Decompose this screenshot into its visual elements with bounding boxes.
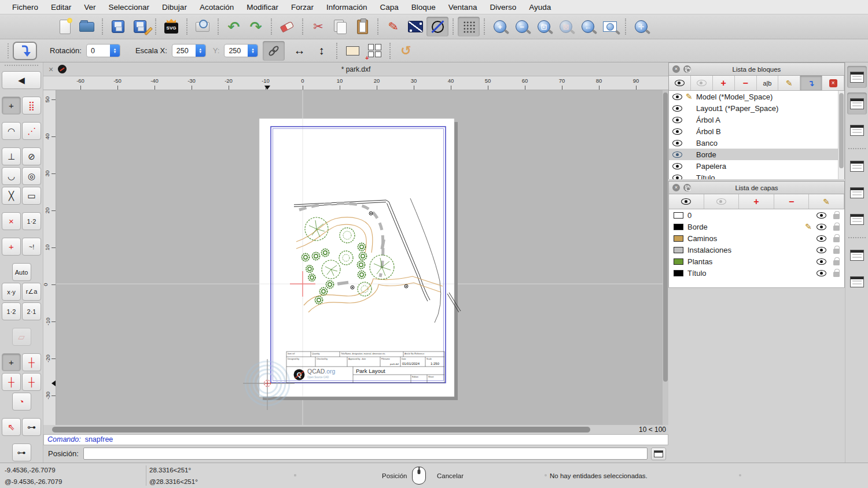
- vertical-scrollbar-thumb[interactable]: [663, 93, 668, 382]
- block-row-borde[interactable]: Borde: [669, 149, 844, 160]
- menu-acotaci-n[interactable]: Acotación: [193, 3, 240, 12]
- insert-block-button[interactable]: ↴: [800, 76, 822, 90]
- cut-button[interactable]: ✂: [307, 17, 329, 36]
- flip-vertical-button[interactable]: ↕: [310, 41, 332, 61]
- redo-button[interactable]: ↷: [245, 17, 267, 36]
- lock-icon[interactable]: [833, 214, 840, 219]
- add-block-button[interactable]: +: [713, 76, 735, 90]
- zoom-in-button[interactable]: +: [489, 17, 511, 36]
- print-preview-button[interactable]: [192, 17, 214, 36]
- block-list-scrollbar[interactable]: [838, 91, 844, 179]
- dock-layer-list-button[interactable]: [847, 155, 867, 177]
- restrict-orthogonal-button[interactable]: ┼: [22, 353, 41, 371]
- eye-icon[interactable]: [816, 270, 826, 276]
- rotation-spinner[interactable]: 0 ▲▼: [86, 44, 120, 57]
- snap-free-button[interactable]: +: [2, 97, 21, 114]
- snap-intersection-button[interactable]: ╳: [2, 187, 21, 205]
- auto-snap-button[interactable]: Auto: [12, 263, 31, 281]
- eye-icon[interactable]: [672, 140, 682, 146]
- zoom-window-button[interactable]: [599, 17, 621, 36]
- relative-polar-button[interactable]: 2·1: [22, 302, 41, 320]
- copy-button[interactable]: [329, 17, 351, 36]
- scale-x-spinner[interactable]: 250 ▲▼: [172, 44, 206, 57]
- keep-proportions-button[interactable]: [263, 41, 285, 61]
- save-as-button[interactable]: [129, 17, 151, 36]
- reset-button[interactable]: ↺: [395, 41, 417, 61]
- undo-button[interactable]: ↶: [223, 17, 245, 36]
- remove-block-button[interactable]: −: [735, 76, 757, 90]
- block-row--rbol-b[interactable]: Árbol B: [669, 125, 844, 137]
- menu-capa[interactable]: Capa: [374, 3, 405, 12]
- snap-endpoints-button[interactable]: ◠: [2, 122, 21, 140]
- snap-points-on-entity-button[interactable]: ⋰: [22, 122, 41, 140]
- lock-icon[interactable]: [833, 237, 840, 242]
- auto-zoom-button[interactable]: ⊡: [533, 17, 555, 36]
- layer-row-0[interactable]: 0: [669, 209, 844, 221]
- zoom-out-button[interactable]: −: [511, 17, 533, 36]
- circle-tool-button[interactable]: [426, 17, 448, 36]
- array-placement-button[interactable]: [363, 41, 385, 61]
- layer-row-plantas[interactable]: Plantas: [669, 256, 844, 267]
- show-all-blocks-button[interactable]: [669, 76, 691, 90]
- eye-icon[interactable]: [816, 258, 826, 265]
- coordinate-polar-button[interactable]: r∠a: [22, 283, 41, 301]
- block-row--rbol-a[interactable]: Árbol A: [669, 114, 844, 125]
- pan-button[interactable]: ✛: [630, 17, 652, 36]
- insert-block-tool-button[interactable]: [13, 42, 37, 60]
- lock-icon[interactable]: [833, 249, 840, 254]
- rotation-value[interactable]: 0: [87, 47, 110, 55]
- eye-icon[interactable]: [816, 224, 826, 230]
- menu-ventana[interactable]: Ventana: [442, 3, 484, 12]
- scale-x-value[interactable]: 250: [172, 47, 196, 55]
- menu-dibujar[interactable]: Dibujar: [156, 3, 193, 12]
- snap-exclude-button[interactable]: ~!: [22, 238, 41, 256]
- stepper-icon[interactable]: ▲▼: [248, 44, 258, 57]
- horizontal-scrollbar[interactable]: 10 < 100: [43, 425, 668, 434]
- dock-block-list-button[interactable]: [847, 93, 867, 114]
- grid-toggle-button[interactable]: [458, 17, 480, 36]
- menu-fichero[interactable]: Fichero: [6, 3, 45, 12]
- flip-horizontal-button[interactable]: ↔: [288, 41, 310, 61]
- snap-auto-intersection-button[interactable]: ×: [2, 212, 21, 230]
- eye-icon[interactable]: [816, 247, 826, 253]
- restrict-none-button[interactable]: +: [2, 353, 21, 371]
- close-panel-icon[interactable]: ×: [672, 184, 680, 191]
- coordinate-cartesian-button[interactable]: x·y: [2, 283, 21, 301]
- remove-layer-button[interactable]: −: [774, 194, 810, 209]
- lock-icon[interactable]: [833, 225, 840, 231]
- line-tool-button[interactable]: [404, 17, 426, 36]
- menu-forzar[interactable]: Forzar: [285, 3, 320, 12]
- drawing-canvas[interactable]: Item ref Quantity Title/Name, designatio…: [56, 90, 668, 425]
- eye-icon[interactable]: [672, 175, 682, 180]
- block-row-model-model-space-[interactable]: ✎Model (*Model_Space): [669, 91, 844, 102]
- block-row-papelera[interactable]: Papelera: [669, 160, 844, 172]
- menu-informaci-n[interactable]: Información: [320, 3, 374, 12]
- eye-icon[interactable]: [672, 117, 682, 123]
- dock-selection-filter-button[interactable]: [847, 182, 867, 204]
- snap-distance-button[interactable]: 1·2: [22, 212, 41, 230]
- dock-property-editor-button[interactable]: [847, 66, 867, 88]
- snap-middle-button[interactable]: ◡: [2, 167, 21, 185]
- float-panel-icon[interactable]: [683, 184, 691, 191]
- menu-ver[interactable]: Ver: [78, 3, 102, 12]
- block-list-scrollbar-thumb[interactable]: [839, 93, 844, 168]
- float-panel-icon[interactable]: [683, 65, 691, 73]
- menu-editar[interactable]: Editar: [45, 3, 78, 12]
- eye-icon[interactable]: [672, 105, 682, 112]
- close-panel-icon[interactable]: ×: [672, 65, 680, 73]
- horizontal-scrollbar-thumb[interactable]: [52, 427, 590, 432]
- set-relative-zero-button[interactable]: ⇖: [2, 418, 21, 436]
- menu-seleccionar[interactable]: Seleccionar: [102, 3, 156, 12]
- menu-bloque[interactable]: Bloque: [405, 3, 442, 12]
- layer-row-borde[interactable]: Borde✎: [669, 221, 844, 232]
- purge-block-button[interactable]: ×: [822, 76, 844, 90]
- rename-block-button[interactable]: a|b: [757, 76, 779, 90]
- restrict-vertical-button[interactable]: ┼: [22, 373, 41, 391]
- eye-icon[interactable]: [816, 235, 826, 242]
- new-file-button[interactable]: [54, 17, 76, 36]
- open-file-button[interactable]: [76, 17, 98, 36]
- layer-row-caminos[interactable]: Caminos: [669, 232, 844, 244]
- lock-relative-zero-button[interactable]: ⊶: [22, 418, 41, 436]
- layer-row-instalaciones[interactable]: Instalaciones: [669, 244, 844, 256]
- block-row-t-tulo[interactable]: Título: [669, 172, 844, 179]
